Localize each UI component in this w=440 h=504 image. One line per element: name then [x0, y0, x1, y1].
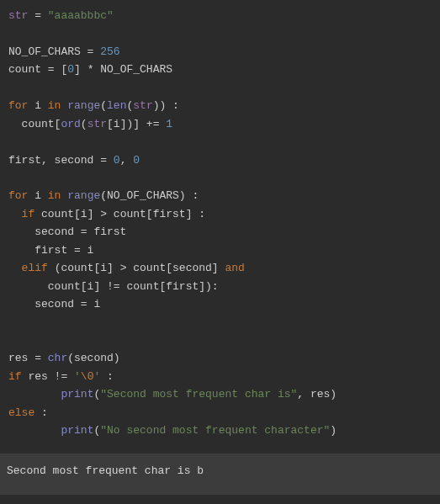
code-token: range — [67, 189, 100, 202]
code-token: str — [87, 118, 107, 130]
code-token: ] * NO_OF_CHARS — [74, 63, 172, 76]
code-token: = — [28, 9, 47, 22]
output-text: Second most frequent char is b — [7, 464, 204, 477]
code-token: first, second = — [8, 154, 114, 167]
code-token: , — [120, 154, 134, 167]
code-token: second = i — [8, 298, 100, 310]
code-token: second = first — [8, 225, 126, 238]
code-token — [8, 424, 61, 437]
code-token: for — [8, 189, 28, 202]
code-token: 0 — [114, 154, 120, 167]
code-token: res = — [8, 352, 48, 364]
code-token — [8, 208, 22, 220]
code-token: ord — [61, 118, 80, 130]
code-token — [8, 388, 61, 401]
code-token: ' — [74, 370, 81, 383]
code-token: res != — [22, 370, 74, 383]
code-token: [i])] += — [107, 118, 166, 130]
code-token: else — [8, 406, 34, 419]
code-token: print — [61, 424, 93, 437]
code-token: and — [225, 262, 244, 274]
code-token: \0 — [81, 370, 94, 383]
code-token: chr — [48, 352, 67, 364]
code-token: if — [8, 370, 22, 383]
code-token: NO_OF_CHARS = — [8, 45, 100, 58]
code-token: str — [8, 9, 28, 22]
code-token: "No second most frequent character" — [100, 424, 330, 437]
code-editor[interactable]: str = "aaaabbbc" NO_OF_CHARS = 256 count… — [0, 0, 440, 447]
code-token: count[i] != count[first]): — [8, 280, 219, 293]
code-token: "aaaabbbc" — [48, 9, 114, 22]
code-token: ( — [81, 118, 87, 130]
code-token: )) : — [153, 99, 179, 112]
code-token: elif — [22, 262, 48, 274]
code-token: : — [100, 370, 114, 383]
code-token: 256 — [100, 45, 119, 58]
code-token: , res) — [297, 388, 337, 401]
code-token: 0 — [67, 63, 74, 76]
code-token: if — [22, 208, 35, 220]
code-token: (count[i] > count[second] — [48, 262, 225, 274]
code-token: count[ — [8, 118, 61, 130]
code-token: (NO_OF_CHARS) : — [100, 189, 199, 202]
output-panel: Second most frequent char is b — [0, 454, 440, 495]
code-token: count = [ — [8, 63, 67, 76]
code-token: str — [133, 99, 152, 112]
code-token: (second) — [67, 352, 119, 364]
code-token: first = i — [8, 244, 93, 257]
code-token: range — [67, 99, 100, 112]
code-token: 1 — [166, 118, 172, 130]
code-token: 0 — [133, 154, 140, 167]
code-token: i — [28, 189, 47, 202]
code-token: : — [34, 406, 48, 419]
code-token: in — [48, 189, 61, 202]
code-token: ) — [330, 424, 337, 437]
code-token: i — [28, 99, 47, 112]
code-token: count[i] > count[first] : — [34, 208, 205, 220]
code-token: ( — [100, 99, 107, 112]
code-token: "Second most frequent char is" — [100, 388, 297, 401]
code-token: len — [107, 99, 126, 112]
code-token: in — [48, 99, 61, 112]
code-token: print — [61, 388, 93, 401]
code-token: for — [8, 99, 28, 112]
code-token — [8, 262, 22, 274]
